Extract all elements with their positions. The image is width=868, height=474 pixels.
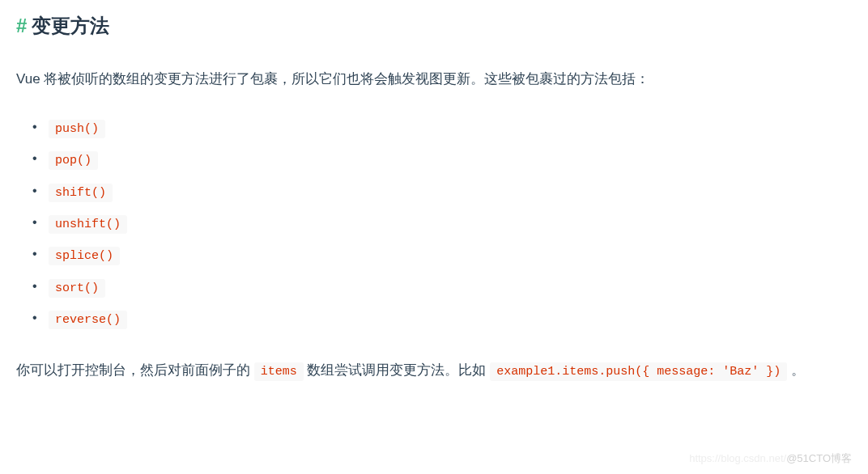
method-code: unshift() [49, 215, 127, 234]
closing-text: 数组尝试调用变更方法。比如 [304, 362, 490, 378]
intro-paragraph: Vue 将被侦听的数组的变更方法进行了包裹，所以它们也将会触发视图更新。这些被包… [16, 67, 852, 92]
list-item: push() [49, 112, 852, 142]
method-code: reverse() [49, 311, 127, 329]
closing-paragraph: 你可以打开控制台，然后对前面例子的 items 数组尝试调用变更方法。比如 ex… [16, 358, 852, 383]
list-item: unshift() [49, 208, 852, 238]
inline-code-items: items [254, 362, 304, 381]
inline-code-example: example1.items.push({ message: 'Baz' }) [490, 362, 787, 381]
heading-hash-anchor[interactable]: # [16, 8, 27, 43]
list-item: shift() [49, 176, 852, 206]
list-item: splice() [49, 239, 852, 269]
method-code: pop() [49, 151, 98, 170]
method-list: push() pop() shift() unshift() splice() … [16, 112, 852, 334]
closing-text: 你可以打开控制台，然后对前面例子的 [16, 362, 254, 378]
method-code: shift() [49, 184, 113, 202]
method-code: splice() [49, 247, 120, 265]
method-code: push() [49, 120, 105, 138]
section-heading: # 变更方法 [16, 8, 852, 43]
closing-text: 。 [787, 362, 805, 378]
list-item: sort() [49, 272, 852, 302]
list-item: reverse() [49, 303, 852, 333]
method-code: sort() [49, 279, 105, 298]
list-item: pop() [49, 144, 852, 174]
heading-title: 变更方法 [32, 8, 109, 43]
